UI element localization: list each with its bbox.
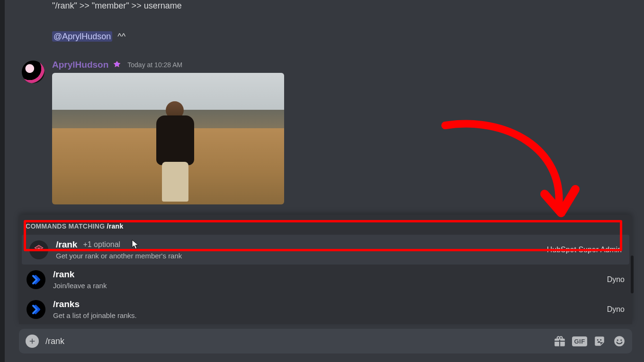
svg-point-1 <box>617 339 618 341</box>
timestamp: Today at 10:28 AM <box>127 61 182 69</box>
message-text: "/rank" >> "member" >> username <box>52 0 632 12</box>
message-previous: "/rank" >> "member" >> username @AprylHu… <box>19 0 632 42</box>
command-optional-badge: +1 optional <box>83 240 120 249</box>
command-name: /ranks <box>53 299 80 309</box>
mention-row: @AprylHudson ^^ <box>52 32 632 42</box>
command-name: /rank <box>53 269 74 280</box>
message: AprylHudson Today at 10:28 AM <box>19 60 632 204</box>
svg-point-2 <box>620 339 622 341</box>
message-input-bar: GIF <box>19 329 632 353</box>
message-header: AprylHudson Today at 10:28 AM <box>52 60 632 70</box>
input-actions: GIF <box>554 335 626 347</box>
command-source: Dyno <box>607 275 625 284</box>
avatar[interactable] <box>22 61 45 83</box>
command-option-body: /rank Join/leave a rank <box>53 269 599 290</box>
message-input[interactable] <box>45 336 547 346</box>
username-link[interactable]: AprylHudson <box>52 60 108 70</box>
gif-attachment[interactable] <box>52 73 284 204</box>
command-name: /rank <box>56 239 77 250</box>
command-option-ranks-dyno[interactable]: /ranks Get a list of joinable ranks. Dyn… <box>19 294 632 324</box>
bot-avatar-icon <box>29 240 48 259</box>
command-option-rank-dyno[interactable]: /rank Join/leave a rank Dyno <box>19 265 632 294</box>
sticker-picker-button[interactable] <box>593 335 606 347</box>
booster-badge-icon <box>112 60 122 70</box>
svg-point-0 <box>614 336 625 346</box>
caret-text: ^^ <box>117 32 125 41</box>
gif-badge-label: GIF <box>572 336 587 346</box>
command-description: Join/leave a rank <box>53 282 599 290</box>
attach-button[interactable] <box>26 335 39 348</box>
command-option-body: /ranks Get a list of joinable ranks. <box>53 299 599 319</box>
user-mention[interactable]: @AprylHudson <box>52 31 112 42</box>
command-source: HubSpot Super Admin <box>547 246 622 254</box>
emoji-picker-button[interactable] <box>613 335 626 347</box>
command-source: Dyno <box>607 305 625 314</box>
gift-icon[interactable] <box>554 335 566 347</box>
server-list-edge <box>0 0 5 362</box>
command-option-rank-hubspot[interactable]: /rank +1 optional Get your rank or anoth… <box>22 235 629 265</box>
bot-avatar-icon <box>27 300 45 319</box>
autocomplete-header: Commands Matching /rank <box>19 220 632 235</box>
slash-command-autocomplete: Commands Matching /rank /rank +1 optiona… <box>19 215 632 324</box>
bot-avatar-icon <box>27 270 45 289</box>
scrollbar-thumb[interactable] <box>631 256 634 293</box>
gif-picker-button[interactable]: GIF <box>573 335 586 347</box>
command-option-body: /rank +1 optional Get your rank or anoth… <box>56 239 539 260</box>
autocomplete-header-label: Commands Matching <box>26 222 105 230</box>
command-description: Get your rank or another member's rank <box>56 252 539 260</box>
command-description: Get a list of joinable ranks. <box>53 311 599 319</box>
autocomplete-query: /rank <box>107 222 124 230</box>
